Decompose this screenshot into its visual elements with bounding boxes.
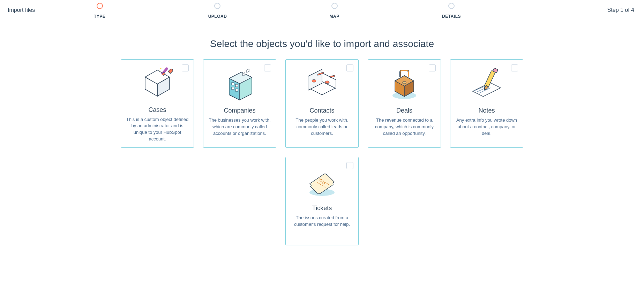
stepper-nodes: TYPE UPLOAD MAP DETAILS (92, 3, 462, 19)
checkbox-icon[interactable] (346, 64, 353, 71)
step-node-type[interactable]: TYPE (92, 3, 107, 19)
card-title: Notes (478, 107, 495, 114)
cards-row-1: Cases This is a custom object defined by… (121, 59, 523, 148)
svg-rect-12 (235, 89, 238, 91)
checkbox-icon[interactable] (429, 64, 436, 71)
card-title: Contacts (309, 107, 334, 114)
card-title: Deals (396, 107, 412, 114)
card-deals[interactable]: Deals The revenue connected to a company… (368, 59, 441, 148)
step-node-map[interactable]: MAP (328, 3, 341, 19)
card-desc: The revenue connected to a company, whic… (373, 117, 436, 137)
card-desc: Any extra info you wrote down about a co… (455, 117, 518, 137)
checkbox-icon[interactable] (511, 64, 518, 71)
cards-row-2: Tickets The issues created from a custom… (285, 157, 359, 245)
card-tickets[interactable]: Tickets The issues created from a custom… (285, 157, 359, 245)
svg-point-20 (325, 81, 329, 84)
step-label: MAP (330, 14, 339, 19)
step-node-details[interactable]: DETAILS (441, 3, 462, 19)
card-desc: The issues created from a customer's req… (291, 215, 353, 228)
card-title: Companies (224, 107, 255, 114)
card-companies[interactable]: Companies The businesses you work with, … (203, 59, 276, 148)
svg-rect-14 (247, 69, 249, 72)
cases-icon (136, 65, 178, 103)
step-circle-icon (97, 3, 103, 9)
notes-icon (466, 65, 508, 104)
step-label: DETAILS (442, 14, 461, 19)
card-notes[interactable]: Notes Any extra info you wrote down abou… (450, 59, 523, 148)
svg-rect-11 (232, 87, 234, 90)
companies-icon (219, 65, 261, 104)
stepper: TYPE UPLOAD MAP DETAILS (92, 3, 462, 20)
card-cases[interactable]: Cases This is a custom object defined by… (121, 59, 194, 148)
checkbox-icon[interactable] (346, 162, 353, 169)
checkbox-icon[interactable] (182, 64, 189, 71)
svg-point-4 (160, 68, 162, 69)
deals-icon (383, 65, 425, 104)
card-title: Cases (148, 106, 166, 114)
page-title: Import files (8, 7, 35, 13)
card-desc: This is a custom object defined by an ad… (126, 116, 189, 143)
cards-container: Cases This is a custom object defined by… (0, 59, 644, 245)
step-node-upload[interactable]: UPLOAD (207, 3, 229, 19)
step-label: UPLOAD (208, 14, 227, 19)
svg-rect-23 (403, 82, 406, 84)
heading: Select the objects you'd like to import … (0, 38, 644, 49)
card-desc: The businesses you work with, which are … (208, 117, 271, 137)
step-circle-icon (331, 3, 338, 9)
card-contacts[interactable]: Contacts The people you work with, commo… (285, 59, 359, 148)
checkbox-icon[interactable] (264, 64, 271, 71)
svg-rect-9 (232, 83, 234, 85)
svg-rect-10 (235, 84, 238, 87)
step-circle-icon (448, 3, 455, 9)
contacts-icon (301, 65, 343, 104)
tickets-icon (301, 163, 343, 201)
card-desc: The people you work with, commonly calle… (291, 117, 353, 137)
svg-point-5 (159, 70, 159, 71)
step-label: TYPE (94, 14, 105, 19)
svg-rect-21 (330, 75, 335, 78)
svg-point-18 (312, 79, 316, 82)
step-circle-icon (214, 3, 220, 9)
card-title: Tickets (312, 205, 332, 212)
step-indicator: Step 1 of 4 (607, 7, 634, 13)
